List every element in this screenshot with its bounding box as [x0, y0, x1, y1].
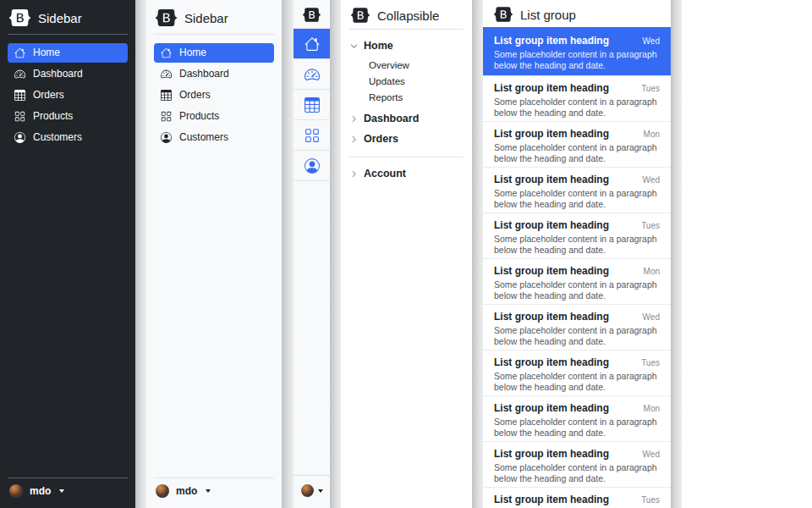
list-item-body-line1: Some placeholder content in a paragraph	[494, 234, 660, 245]
icon-sidebar-brand[interactable]	[294, 0, 330, 28]
icon-sidebar	[294, 0, 330, 508]
collapse-label: Dashboard	[364, 113, 419, 124]
user-menu[interactable]: mdo	[154, 478, 274, 498]
light-sidebar: Sidebar Home Dashboard Orders Products	[146, 0, 282, 508]
collapse-toggle-home[interactable]: Home	[349, 36, 464, 56]
list-item-day: Wed	[643, 312, 660, 322]
house-icon	[161, 47, 172, 58]
list-item-heading: List group item heading	[494, 494, 609, 505]
light-sidebar-brand[interactable]: Sidebar	[154, 8, 274, 34]
list-item[interactable]: List group item heading Wed Some placeho…	[483, 27, 671, 75]
icon-sidebar-nav	[294, 28, 330, 181]
list-item-day: Wed	[643, 36, 660, 46]
list-item-day: Tues	[641, 221, 660, 230]
list-item[interactable]: List group item heading Wed Some placeho…	[483, 441, 671, 487]
collapse-label: Account	[364, 168, 406, 179]
sidebar-item-customers[interactable]: Customers	[8, 128, 128, 147]
grid-icon	[304, 128, 320, 143]
list-item-day: Wed	[643, 450, 660, 459]
list-item-body-line2: below the heading and date.	[494, 473, 660, 484]
dark-sidebar-footer: mdo	[8, 478, 128, 498]
user-menu[interactable]	[301, 484, 323, 497]
scrollbar[interactable]	[671, 0, 682, 508]
list-item-body: Some placeholder content in a paragraph …	[494, 371, 660, 392]
sidebar-item-orders[interactable]: Orders	[8, 86, 128, 105]
sidebar-item-products[interactable]: Products	[8, 107, 128, 126]
list-item-body-line2: below the heading and date.	[494, 336, 660, 347]
person-circle-icon	[161, 132, 172, 143]
scrollbar[interactable]	[472, 0, 483, 508]
dark-sidebar-brand[interactable]: Sidebar	[8, 8, 128, 34]
rail-item-customers[interactable]	[294, 151, 330, 181]
list-item-day: Mon	[644, 130, 660, 139]
list-item-head: List group item heading Tues	[494, 82, 660, 94]
list-item[interactable]: List group item heading Tues Some placeh…	[483, 213, 671, 258]
list-item-head: List group item heading Tues	[494, 219, 660, 231]
caret-down-icon	[59, 489, 64, 493]
avatar	[301, 484, 314, 497]
sidebar-item-products[interactable]: Products	[154, 107, 274, 126]
collapse-toggle-account[interactable]: Account	[349, 163, 464, 184]
list-item-head: List group item heading Tues	[494, 356, 660, 368]
list-item[interactable]: List group item heading Tues Some placeh…	[483, 350, 671, 395]
sidebar-item-dashboard[interactable]: Dashboard	[154, 64, 274, 84]
sidebar-item-label: Orders	[179, 90, 211, 101]
list-item-head: List group item heading Mon	[494, 402, 660, 414]
grid-icon	[14, 111, 25, 122]
sidebar-item-home[interactable]: Home	[8, 43, 128, 63]
icon-sidebar-footer	[294, 475, 330, 508]
list-item-heading: List group item heading	[494, 356, 609, 368]
sidebar-item-home[interactable]: Home	[154, 43, 274, 63]
scrollbar[interactable]	[135, 0, 146, 508]
speedometer-icon	[304, 67, 320, 82]
list-item-day: Wed	[643, 175, 660, 185]
collapse-toggle-orders[interactable]: Orders	[349, 129, 464, 149]
list-item[interactable]: List group item heading Mon Some placeho…	[483, 121, 671, 167]
rail-item-orders[interactable]	[294, 90, 330, 120]
bootstrap-logo-icon	[156, 9, 177, 26]
list-item[interactable]: List group item heading Tues Some placeh…	[483, 487, 671, 508]
sidebar-item-label: Products	[33, 111, 73, 122]
list-item-body-line2: below the heading and date.	[494, 108, 660, 119]
rail-item-dashboard[interactable]	[294, 59, 330, 90]
chevron-right-icon	[350, 170, 358, 178]
subnav-item-reports[interactable]: Reports	[369, 89, 464, 105]
list-item[interactable]: List group item heading Wed Some placeho…	[483, 167, 671, 213]
list-item-head: List group item heading Wed	[494, 35, 660, 47]
list-item-head: List group item heading Mon	[494, 128, 660, 140]
divider	[154, 34, 274, 35]
user-menu[interactable]: mdo	[8, 478, 128, 498]
sidebar-item-customers[interactable]: Customers	[154, 128, 274, 147]
table-icon	[304, 97, 320, 113]
subnav-item-overview[interactable]: Overview	[369, 57, 464, 73]
house-icon	[14, 47, 25, 58]
list-item-heading: List group item heading	[494, 174, 609, 185]
list-group-panel: List group List group item heading Wed S…	[483, 0, 671, 508]
list-item-head: List group item heading Tues	[494, 494, 660, 505]
list-item-body: Some placeholder content in a paragraph …	[494, 97, 660, 118]
table-icon	[14, 90, 25, 101]
sidebar-item-label: Customers	[179, 132, 228, 143]
list-group-brand[interactable]: List group	[483, 0, 671, 27]
scrollbar[interactable]	[330, 0, 341, 508]
subnav-item-updates[interactable]: Updates	[369, 73, 464, 89]
sidebar-item-dashboard[interactable]: Dashboard	[8, 64, 128, 84]
list-item-head: List group item heading Wed	[494, 174, 660, 185]
collapsible-brand[interactable]: Collapsible	[349, 7, 464, 29]
sidebar-item-orders[interactable]: Orders	[154, 86, 274, 105]
sidebar-item-label: Orders	[33, 90, 64, 101]
list-item[interactable]: List group item heading Tues Some placeh…	[483, 75, 671, 121]
list-item[interactable]: List group item heading Wed Some placeho…	[483, 304, 671, 350]
list-item-body-line1: Some placeholder content in a paragraph	[494, 142, 660, 153]
list-item-day: Tues	[641, 495, 660, 505]
list-item-heading: List group item heading	[494, 402, 609, 414]
collapse-toggle-dashboard[interactable]: Dashboard	[349, 108, 464, 129]
scrollbar[interactable]	[282, 0, 294, 508]
list-item-head: List group item heading Mon	[494, 265, 660, 277]
list-item[interactable]: List group item heading Mon Some placeho…	[483, 395, 671, 441]
list-item-body: Some placeholder content in a paragraph …	[494, 462, 660, 483]
rail-item-home[interactable]	[294, 29, 330, 59]
list-item[interactable]: List group item heading Mon Some placeho…	[483, 258, 671, 304]
rail-item-products[interactable]	[294, 120, 330, 151]
list-item-body: Some placeholder content in a paragraph …	[494, 417, 660, 438]
